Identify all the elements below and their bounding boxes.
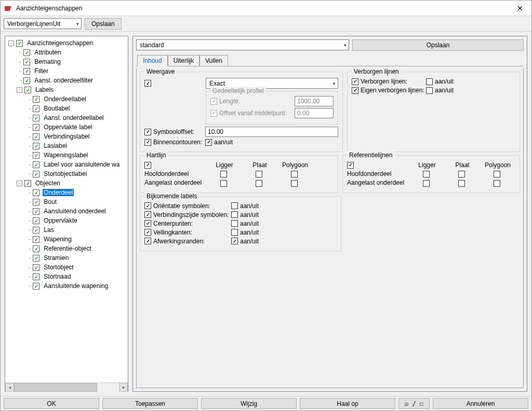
verborgen-lijnen-check[interactable] (352, 78, 358, 85)
tree-item[interactable]: ···Bout (6, 197, 127, 207)
centerpunten-check[interactable] (144, 220, 151, 227)
tree-check[interactable] (33, 227, 39, 234)
haalop-button[interactable]: Haal op (300, 398, 395, 409)
tree-item[interactable]: ···Verbindingslabel (6, 132, 127, 141)
offset-check[interactable] (210, 110, 217, 117)
scroll-left-icon[interactable]: ◂ (5, 383, 14, 392)
tree-check[interactable] (33, 105, 39, 112)
vellingkanten-aanuit[interactable] (231, 229, 238, 236)
ref-aang-poly-check[interactable] (494, 180, 500, 187)
tree-check[interactable] (24, 87, 31, 93)
ok-button[interactable]: OK (4, 398, 99, 409)
tree-item[interactable]: ···Label voor aansluitende wa (6, 160, 127, 169)
binnencontouren-check[interactable] (144, 139, 151, 146)
afwerkingsranden-check[interactable] (144, 238, 151, 244)
hart-hoofd-ligger-check[interactable] (220, 171, 227, 177)
tree-check[interactable] (33, 171, 39, 177)
tree-item[interactable]: ···Boutlabel (6, 104, 127, 113)
ref-aang-ligger-check[interactable] (423, 180, 430, 187)
tree-item-labels[interactable]: -Labels (6, 85, 127, 94)
tree-item[interactable]: ···Stortnaad (6, 272, 127, 281)
tab-vullen[interactable]: Vullen (200, 55, 228, 66)
hart-hoofd-plaat-check[interactable] (256, 171, 262, 177)
orientatie-aanuit[interactable] (231, 202, 238, 209)
tree-item[interactable]: ···Oppervlakte label (6, 122, 127, 132)
hart-aang-plaat-check[interactable] (256, 180, 262, 187)
toepassen-button[interactable]: Toepassen (102, 398, 198, 409)
tree-item[interactable]: ···Aansluitende wapening (6, 281, 127, 291)
weergave-enable-check[interactable] (144, 80, 151, 87)
standard-combo[interactable]: standard ▾ (136, 39, 349, 50)
symbooloffset-check[interactable] (144, 129, 151, 135)
hart-aang-ligger-check[interactable] (220, 180, 227, 187)
tree-root[interactable]: -Aanzichteigenschappen (6, 38, 127, 48)
tab-uiterlijk[interactable]: Uiterlijk (168, 55, 200, 66)
tree-check[interactable] (23, 59, 30, 65)
tree[interactable]: -Aanzichteigenschappen ···Attributen ···… (5, 36, 128, 382)
ref-aang-plaat-check[interactable] (458, 180, 465, 187)
tree-check[interactable] (24, 180, 31, 187)
centerpunten-aanuit[interactable] (231, 220, 238, 227)
save-button-top[interactable]: Opslaan (85, 18, 122, 30)
lengte-check[interactable] (210, 98, 217, 105)
tree-check[interactable] (23, 77, 30, 84)
tree-item[interactable]: ···Las (6, 225, 127, 235)
tree-check[interactable] (33, 236, 39, 243)
scroll-right-icon[interactable]: ▸ (119, 383, 128, 392)
tree-item[interactable]: ···Wapeningslabel (6, 150, 127, 160)
tree-check[interactable] (33, 264, 39, 271)
tree-item[interactable]: ···Laslabel (6, 141, 127, 150)
lengte-input[interactable]: 1000.00 (295, 96, 334, 106)
collapse-icon[interactable]: - (8, 40, 14, 46)
offset-input[interactable]: 0.00 (295, 108, 334, 118)
tree-item[interactable]: ···Wapening (6, 235, 127, 244)
save-button-right[interactable]: Opslaan (352, 39, 524, 51)
tree-item[interactable]: ···Oppervlakte (6, 216, 127, 225)
orientatie-check[interactable] (144, 202, 151, 209)
tree-item[interactable]: ···Aansl. onderdeellabel (6, 113, 127, 122)
annuleren-button[interactable]: Annuleren (433, 398, 528, 409)
collapse-icon[interactable]: - (17, 87, 22, 93)
wijzig-button[interactable]: Wijzig (201, 398, 297, 409)
verbindingszijde-check[interactable] (144, 211, 151, 218)
tree-item-onderdeel[interactable]: ···Onderdeel (6, 188, 127, 197)
tree-item[interactable]: ···Referentie-object (6, 244, 127, 253)
tree-check[interactable] (33, 161, 39, 168)
tree-check[interactable] (33, 273, 39, 280)
collapse-icon[interactable]: - (17, 181, 22, 186)
verborgen-aanuit-check[interactable] (426, 78, 433, 85)
preset-combo[interactable]: VerborgenLijnenUit ▾ (4, 18, 82, 29)
scroll-thumb[interactable] (14, 383, 97, 392)
tree-item[interactable]: ···Stortobject (6, 263, 127, 272)
tree-check[interactable] (33, 124, 39, 131)
tree-check[interactable] (33, 283, 39, 290)
close-button[interactable]: ✕ (513, 4, 527, 12)
tree-item[interactable]: ···Stramien (6, 253, 127, 263)
afwerkingsranden-aanuit[interactable] (231, 238, 238, 244)
tree-check[interactable] (33, 199, 39, 206)
eigen-aanuit-check[interactable] (426, 87, 433, 94)
tree-check[interactable] (33, 217, 39, 224)
symbooloffset-input[interactable]: 10.00 (205, 127, 338, 137)
tree-check[interactable] (33, 245, 39, 252)
tree-check[interactable] (33, 189, 39, 196)
tab-inhoud[interactable]: Inhoud (137, 55, 168, 66)
verbindingszijde-aanuit[interactable] (231, 211, 238, 218)
tree-check[interactable] (16, 40, 23, 47)
tree-check[interactable] (33, 255, 39, 262)
hart-hoofd-poly-check[interactable] (291, 171, 298, 177)
vellingkanten-check[interactable] (144, 229, 151, 236)
tree-check[interactable] (23, 68, 30, 75)
tree-item[interactable]: ···Bemating (6, 57, 127, 66)
tree-item[interactable]: ···Filter (6, 66, 127, 76)
ref-hoofd-poly-check[interactable] (494, 171, 500, 177)
tree-item[interactable]: ···Attributen (6, 48, 127, 57)
hart-aang-poly-check[interactable] (291, 180, 298, 187)
tree-item[interactable]: ···Onderdeellabel (6, 94, 127, 104)
hartlijn-enable-check[interactable] (144, 162, 151, 169)
tree-item-objecten[interactable]: -Objecten (6, 179, 127, 188)
tree-item[interactable]: ···Aansl. onderdeelfilter (6, 76, 127, 85)
tree-check[interactable] (33, 133, 39, 140)
ref-enable-check[interactable] (347, 162, 354, 169)
tree-item[interactable]: ···Aansluitend onderdeel (6, 207, 127, 216)
